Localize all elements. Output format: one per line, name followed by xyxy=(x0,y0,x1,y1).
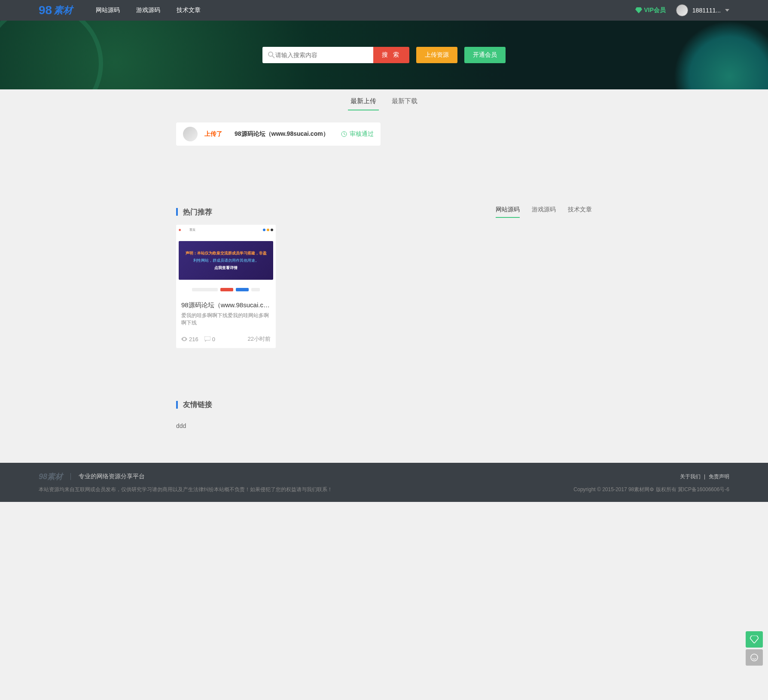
tab-latest-upload[interactable]: 最新上传 xyxy=(348,95,379,110)
footer-link-divider: | xyxy=(704,474,705,480)
card-description: 爱我的哇多啊啊下线爱我的哇网站多啊啊下线 xyxy=(181,312,271,327)
card-footer: 216 0 22小时前 xyxy=(176,330,276,348)
site-footer: 98素材 专业的网络资源分享平台 关于我们 | 免责声明 本站资源均来自互联网或… xyxy=(0,463,768,502)
footer-copyright: Copyright © 2015-2017 98素材网⚙ 版权所有 冀ICP备1… xyxy=(573,486,729,493)
resource-card[interactable]: ◆首页 声明：本站仅为欧皇交流群成员学习搭建，非盈 利性网站，群成员请勿用作其他… xyxy=(176,225,276,348)
logo-text: 素材 xyxy=(54,4,73,17)
footer-about-link[interactable]: 关于我们 xyxy=(680,473,701,480)
svg-line-1 xyxy=(272,56,274,58)
hot-tab-website[interactable]: 网站源码 xyxy=(496,206,520,218)
card-views: 216 xyxy=(181,336,198,342)
main-nav: 网站源码 游戏源码 技术文章 xyxy=(94,6,202,14)
friend-link-item[interactable]: ddd xyxy=(176,422,186,429)
hero-banner: 搜 索 上传资源 开通会员 xyxy=(0,21,768,89)
section-accent-bar xyxy=(176,208,178,216)
hot-section-header: 热门推荐 网站源码 游戏源码 技术文章 xyxy=(176,206,592,218)
hot-section-tabs: 网站源码 游戏源码 技术文章 xyxy=(496,206,592,218)
views-count: 216 xyxy=(189,336,198,342)
nav-tech-articles[interactable]: 技术文章 xyxy=(175,6,202,14)
search-group: 搜 索 xyxy=(262,47,409,63)
feed-status-text: 审核通过 xyxy=(350,130,374,138)
logo-number: 98 xyxy=(39,3,52,17)
svg-rect-3 xyxy=(204,336,210,340)
diamond-icon xyxy=(635,7,642,13)
feed-tabs: 最新上传 最新下载 xyxy=(176,89,592,116)
chevron-down-icon xyxy=(725,9,729,12)
footer-logo: 98素材 xyxy=(39,471,63,482)
search-icon xyxy=(268,51,275,59)
user-menu[interactable]: 1881111... xyxy=(676,4,729,16)
comment-icon xyxy=(204,336,210,342)
eye-icon xyxy=(181,337,187,341)
vip-member-link[interactable]: VIP会员 xyxy=(635,6,666,14)
card-body: 98源码论坛（www.98sucai.co... 爱我的哇多啊啊下线爱我的哇网站… xyxy=(176,297,276,330)
search-box xyxy=(262,47,373,63)
feed-action-label: 上传了 xyxy=(204,130,222,138)
feed-status: 审核通过 xyxy=(341,130,374,138)
username: 1881111... xyxy=(692,7,721,14)
hot-section-title: 热门推荐 xyxy=(183,207,212,217)
card-title: 98源码论坛（www.98sucai.co... xyxy=(181,301,271,309)
card-time: 22小时前 xyxy=(248,335,271,343)
search-input[interactable] xyxy=(275,52,368,58)
comments-count: 0 xyxy=(212,336,215,342)
site-logo[interactable]: 98 素材 xyxy=(39,3,73,17)
footer-disclaimer: 本站资源均来自互联网或会员发布，仅供研究学习请勿商用以及产生法律纠纷本站概不负责… xyxy=(39,486,332,493)
thumb-line2: 利性网站，群成员请勿用作其他用途。 xyxy=(193,258,259,263)
clock-icon xyxy=(341,131,347,137)
svg-point-0 xyxy=(268,52,273,56)
thumb-line1: 声明：本站仅为欧皇交流群成员学习搭建，非盈 xyxy=(186,251,267,256)
feed-item[interactable]: 上传了 98源码论坛（www.98sucai.com） 审核通过 xyxy=(176,122,381,146)
tab-latest-download[interactable]: 最新下载 xyxy=(389,95,420,110)
nav-game-source[interactable]: 游戏源码 xyxy=(134,6,162,14)
user-avatar xyxy=(676,4,688,16)
feed-avatar xyxy=(183,127,198,141)
upload-resource-button[interactable]: 上传资源 xyxy=(416,47,457,63)
card-thumbnail: ◆首页 声明：本站仅为欧皇交流群成员学习搭建，非盈 利性网站，群成员请勿用作其他… xyxy=(176,225,276,297)
vip-label: VIP会员 xyxy=(644,6,666,14)
thumb-line3: 点我查看详情 xyxy=(214,265,238,271)
footer-divider xyxy=(70,473,71,480)
header-right: VIP会员 1881111... xyxy=(635,4,729,16)
friend-links-section: 友情链接 ddd xyxy=(176,400,592,435)
footer-statement-link[interactable]: 免责声明 xyxy=(709,473,729,480)
hot-tab-tech[interactable]: 技术文章 xyxy=(568,206,592,218)
card-comments: 0 xyxy=(204,336,215,342)
nav-website-source[interactable]: 网站源码 xyxy=(94,6,122,14)
open-vip-button[interactable]: 开通会员 xyxy=(464,47,506,63)
footer-links: 关于我们 | 免责声明 xyxy=(680,473,729,480)
friend-links-title: 友情链接 xyxy=(183,400,212,410)
top-header: 98 素材 网站源码 游戏源码 技术文章 VIP会员 1881111... xyxy=(0,0,768,21)
search-button[interactable]: 搜 索 xyxy=(373,47,409,63)
footer-tagline: 专业的网络资源分享平台 xyxy=(79,473,145,480)
hot-tab-game[interactable]: 游戏源码 xyxy=(532,206,556,218)
section-accent-bar xyxy=(176,401,178,409)
feed-item-title: 98源码论坛（www.98sucai.com） xyxy=(235,130,329,138)
